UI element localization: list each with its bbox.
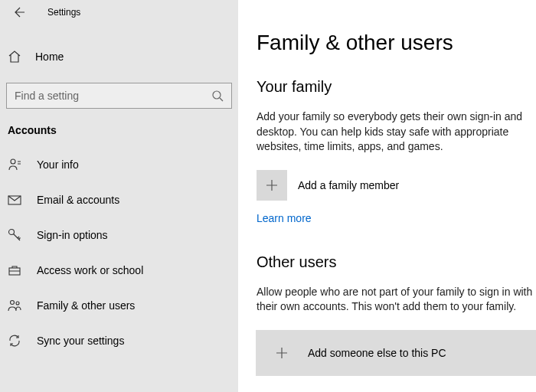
mail-icon [8,193,21,207]
learn-more-link[interactable]: Learn more [257,212,312,224]
sidebar-item-sync[interactable]: Sync your settings [0,323,238,358]
nav-label: Sync your settings [37,335,124,347]
person-icon [8,158,21,172]
page-title: Family & other users [257,31,536,55]
svg-point-3 [9,230,15,235]
sidebar-item-your-info[interactable]: Your info [0,147,238,182]
sidebar-item-family[interactable]: Family & other users [0,288,238,323]
svg-point-1 [11,159,15,164]
home-label: Home [35,51,64,63]
sidebar-nav: Your info Email & accounts Sign-in optio… [0,147,238,358]
family-heading: Your family [257,78,536,96]
app-title: Settings [47,7,80,18]
briefcase-icon [8,263,21,277]
add-family-member-button[interactable]: Add a family member [257,170,536,201]
sidebar: Settings Home Accounts Your info Email &… [0,0,238,392]
nav-label: Your info [37,158,79,171]
search-input[interactable] [15,90,211,102]
nav-label: Family & other users [37,299,135,312]
main-content: Family & other users Your family Add you… [238,0,536,392]
add-other-user-button[interactable]: Add someone else to this PC [256,330,536,376]
plus-tile [266,338,297,368]
family-description: Add your family so everybody gets their … [257,109,536,155]
nav-label: Email & accounts [37,194,119,206]
svg-point-6 [16,302,19,305]
back-button[interactable] [11,3,29,21]
nav-label: Access work or school [37,264,143,276]
people-icon [8,299,21,312]
arrow-left-icon [14,6,26,18]
search-icon [211,90,224,102]
add-family-label: Add a family member [298,179,399,191]
add-other-label: Add someone else to this PC [308,347,446,359]
section-label: Accounts [0,109,238,142]
search-box[interactable] [6,83,232,109]
svg-point-0 [213,91,221,99]
nav-label: Sign-in options [37,229,108,241]
other-users-heading: Other users [257,253,536,271]
titlebar: Settings [0,0,238,24]
sidebar-item-signin[interactable]: Sign-in options [0,217,238,253]
sidebar-item-work-school[interactable]: Access work or school [0,253,238,288]
sidebar-home[interactable]: Home [0,41,238,72]
svg-point-5 [11,301,15,305]
key-icon [8,228,21,242]
plus-tile [257,170,287,201]
sidebar-item-email[interactable]: Email & accounts [0,182,238,217]
home-icon [8,50,21,64]
plus-icon [265,178,279,192]
other-users-description: Allow people who are not part of your fa… [257,285,536,315]
sync-icon [8,334,21,348]
plus-icon [275,346,289,360]
